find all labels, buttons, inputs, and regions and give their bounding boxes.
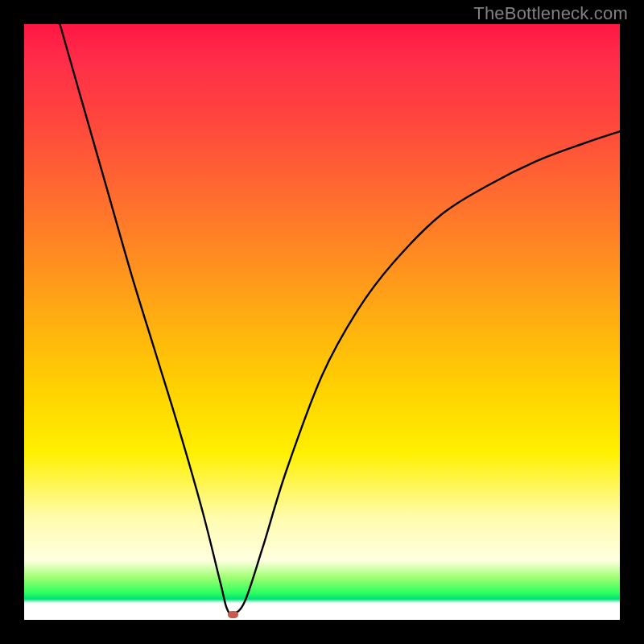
curve-min-marker <box>228 611 238 618</box>
chart-frame: TheBottleneck.com <box>0 0 644 644</box>
watermark-text: TheBottleneck.com <box>473 3 628 24</box>
bottleneck-curve <box>24 24 620 620</box>
